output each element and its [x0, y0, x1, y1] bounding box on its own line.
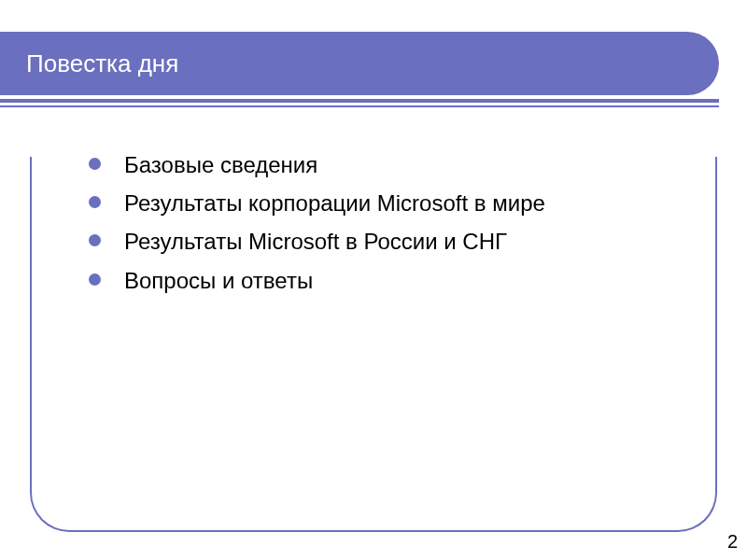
slide-title: Повестка дня: [26, 49, 178, 78]
list-item: Базовые сведения: [89, 147, 686, 182]
slide-number: 2: [727, 531, 738, 553]
title-underline-thin: [0, 105, 719, 107]
title-underline-thick: [0, 99, 719, 103]
bullet-list: Базовые сведения Результаты корпорации M…: [89, 147, 686, 301]
list-item: Результаты корпорации Microsoft в мире: [89, 186, 686, 220]
list-item: Вопросы и ответы: [89, 263, 686, 298]
slide-title-bar: Повестка дня: [0, 32, 719, 95]
list-item: Результаты Microsoft в России и СНГ: [89, 224, 686, 259]
